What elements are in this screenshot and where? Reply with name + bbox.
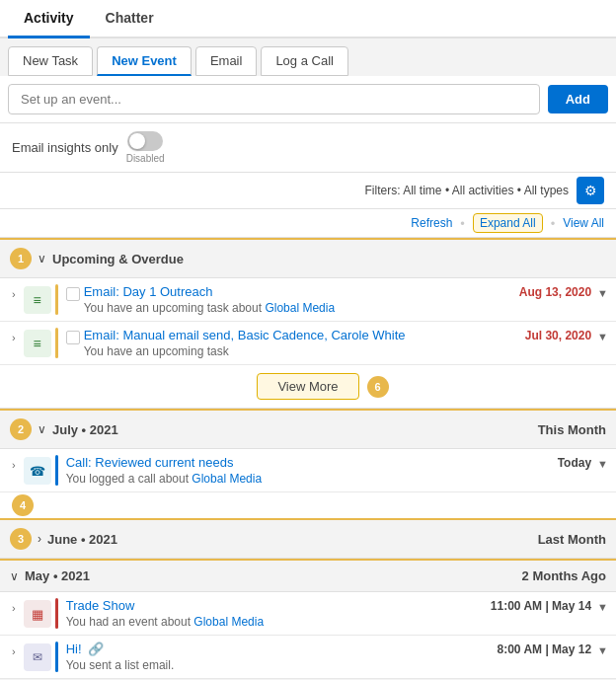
left-border-3 [55, 455, 58, 486]
toggle-knob [129, 133, 145, 149]
tab-new-task[interactable]: New Task [8, 46, 93, 76]
section-july2021: 2 ∨ July • 2021 This Month [0, 409, 616, 449]
dropdown-arrow-2[interactable]: ▼ [597, 331, 608, 342]
left-border-5 [55, 642, 58, 672]
insights-label: Email insights only [12, 140, 118, 155]
insights-row: Email insights only Disabled [0, 123, 616, 173]
badge-6: 6 [367, 376, 389, 398]
expand-all-link[interactable]: Expand All [473, 213, 543, 233]
expand-icon-5[interactable]: › [8, 642, 20, 661]
item-title-1[interactable]: Email: Day 1 Outreach [84, 284, 213, 299]
item-meta-5: 8:00 AM | May 12 ▼ [489, 642, 608, 656]
section-header-left: 1 ∨ Upcoming & Overdue [10, 248, 184, 269]
view-more-row: View More 6 [0, 365, 616, 409]
left-border-4 [55, 598, 58, 629]
item-meta-2: Jul 30, 2020 ▼ [517, 328, 608, 342]
insights-toggle-wrap: Disabled [126, 131, 165, 164]
item-date-1: Aug 13, 2020 [519, 285, 591, 299]
section-chevron-may[interactable]: ∨ [10, 569, 19, 583]
section-may2021: ∨ May • 2021 2 Months Ago [0, 559, 616, 592]
expand-icon-1[interactable]: › [8, 284, 20, 304]
action-tab-bar: New Task New Event Email Log a Call [0, 38, 616, 76]
section-right-may: 2 Months Ago [522, 568, 606, 583]
separator1: • [460, 216, 465, 231]
tab-chatter[interactable]: Chatter [90, 0, 170, 38]
insights-toggle[interactable] [127, 131, 163, 151]
badge-1: 1 [10, 248, 32, 269]
section-right-july: This Month [538, 422, 606, 437]
item-date-5: 8:00 AM | May 12 [497, 642, 591, 656]
dropdown-arrow-3[interactable]: ▼ [597, 458, 608, 470]
task-symbol-1: ≡ [34, 292, 41, 308]
item-content-5: Hi! 🔗 8:00 AM | May 12 ▼ You sent a list… [66, 642, 608, 672]
call-icon-1: ☎ [24, 457, 51, 485]
section-title-july: July • 2021 [52, 422, 118, 437]
section-may-left: ∨ May • 2021 [10, 568, 90, 583]
event-input-row: Add [0, 76, 616, 123]
toggle-status: Disabled [126, 153, 165, 164]
section-chevron-july[interactable]: ∨ [38, 422, 46, 436]
section-upcoming-overdue: 1 ∨ Upcoming & Overdue [0, 238, 616, 278]
task-icon-2: ≡ [24, 330, 51, 357]
filter-settings-button[interactable]: ⚙ [577, 177, 604, 204]
checkbox-2[interactable] [66, 331, 80, 344]
item-title-4[interactable]: Trade Show [66, 598, 135, 613]
item-content-4: Trade Show 11:00 AM | May 14 ▼ You had a… [66, 598, 608, 629]
task-symbol-2: ≡ [34, 336, 41, 351]
dropdown-arrow-1[interactable]: ▼ [597, 287, 608, 299]
call-symbol-1: ☎ [30, 464, 45, 479]
action-links-bar: Refresh • Expand All • View All [0, 209, 616, 238]
event-symbol-1: ▦ [32, 607, 43, 622]
dropdown-arrow-4[interactable]: ▼ [597, 601, 608, 613]
item-desc-3: You logged a call about Global Media [66, 472, 608, 486]
left-border-1 [55, 284, 58, 315]
item-link-4[interactable]: Global Media [193, 615, 264, 629]
item-title-3[interactable]: Call: Reviewed current needs [66, 455, 234, 470]
email-icon-1: ✉ [24, 643, 51, 671]
item-desc-5: You sent a list email. [66, 658, 608, 672]
item-link-1[interactable]: Global Media [265, 301, 335, 315]
tab-activity[interactable]: Activity [8, 0, 90, 38]
view-more-button[interactable]: View More [257, 373, 358, 400]
item-link-3[interactable]: Global Media [192, 472, 262, 486]
dropdown-arrow-5[interactable]: ▼ [597, 644, 608, 656]
checkbox-1[interactable] [66, 287, 80, 301]
event-input[interactable] [8, 84, 540, 114]
item-content-2: Email: Manual email send, Basic Cadence,… [84, 328, 608, 358]
section-chevron-june[interactable]: › [38, 532, 41, 546]
badge-2: 2 [10, 418, 32, 440]
separator2: • [551, 216, 556, 231]
section-july-left: 2 ∨ July • 2021 [10, 418, 118, 440]
add-button[interactable]: Add [548, 85, 608, 113]
activity-item-5: › ✉ Hi! 🔗 8:00 AM | May 12 ▼ You sent a … [0, 636, 616, 679]
item-meta-1: Aug 13, 2020 ▼ [511, 284, 608, 299]
section-chevron-upcoming[interactable]: ∨ [38, 252, 46, 265]
item-content-3: Call: Reviewed current needs Today ▼ You… [66, 455, 608, 486]
view-all-link[interactable]: View All [563, 216, 604, 230]
refresh-link[interactable]: Refresh [411, 216, 452, 230]
item-row-2: Email: Manual email send, Basic Cadence,… [84, 328, 608, 342]
expand-icon-2[interactable]: › [8, 328, 20, 347]
tab-email[interactable]: Email [195, 46, 258, 76]
item-title-5[interactable]: Hi! [66, 642, 82, 656]
email-symbol-1: ✉ [33, 650, 42, 664]
activity-item-4: › ▦ Trade Show 11:00 AM | May 14 ▼ You h… [0, 592, 616, 636]
item-title-2[interactable]: Email: Manual email send, Basic Cadence,… [84, 328, 406, 342]
section-title-upcoming: Upcoming & Overdue [52, 252, 184, 266]
item-desc-1: You have an upcoming task about Global M… [84, 301, 608, 315]
gear-icon: ⚙ [584, 183, 597, 198]
attachment-icon: 🔗 [88, 642, 104, 656]
top-tab-bar: Activity Chatter [0, 0, 616, 38]
section-june2021: 3 › June • 2021 Last Month [0, 518, 616, 559]
event-icon-1: ▦ [24, 600, 51, 628]
item-row-4: Trade Show 11:00 AM | May 14 ▼ [66, 598, 608, 613]
expand-icon-4[interactable]: › [8, 598, 20, 618]
item-date-4: 11:00 AM | May 14 [491, 599, 591, 613]
activity-item-1: › ≡ Email: Day 1 Outreach Aug 13, 2020 ▼… [0, 278, 616, 322]
expand-icon-3[interactable]: › [8, 455, 20, 475]
tab-new-event[interactable]: New Event [97, 46, 192, 76]
tab-log-call[interactable]: Log a Call [261, 46, 348, 76]
item-date-3: Today [558, 456, 591, 470]
item-desc-2: You have an upcoming task [84, 344, 608, 358]
section-title-may: May • 2021 [25, 568, 90, 583]
